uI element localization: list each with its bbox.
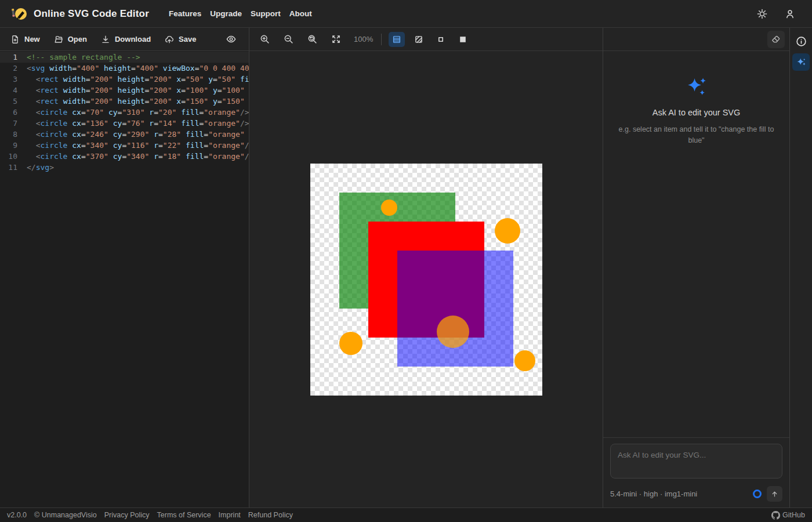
code-line[interactable]: 3 <rect width="200" height="200" x="50" … xyxy=(0,74,249,85)
zoom-level-display: 100% xyxy=(354,35,373,44)
circle-shape[interactable] xyxy=(381,200,397,216)
background-checker-button[interactable] xyxy=(389,32,405,47)
header-actions xyxy=(755,7,802,21)
nav-item-about[interactable]: About xyxy=(289,7,312,20)
code-text: <circle cx="136" cy="76" r="14" fill="or… xyxy=(27,118,249,129)
cloud-upload-icon xyxy=(165,35,174,44)
checker-grid-icon xyxy=(392,35,401,44)
imprint-link[interactable]: Imprint xyxy=(219,511,241,519)
ai-panel-body: Ask AI to edit your SVG e.g. select an i… xyxy=(603,51,789,507)
privacy-policy-link[interactable]: Privacy Policy xyxy=(104,511,150,519)
zoom-out-icon xyxy=(284,34,293,44)
code-line[interactable]: 10 <circle cx="370" cy="340" r="18" fill… xyxy=(0,151,249,162)
ai-tab-button[interactable] xyxy=(792,53,810,71)
background-hatch-button[interactable] xyxy=(411,32,427,47)
download-icon xyxy=(101,35,110,44)
code-line[interactable]: 8 <circle cx="246" cy="290" r="28" fill=… xyxy=(0,129,249,140)
code-text: <rect width="200" height="200" x="150" y… xyxy=(27,96,249,107)
code-text: <circle cx="70" cy="310" r="20" fill="or… xyxy=(27,107,249,118)
version-label: v2.0.0 xyxy=(7,511,27,519)
download-button[interactable]: Download xyxy=(95,31,157,48)
terms-of-service-link[interactable]: Terms of Service xyxy=(157,511,211,519)
ai-empty-state: Ask AI to edit your SVG e.g. select an i… xyxy=(603,51,789,147)
code-line[interactable]: 2<svg width="400" height="400" viewBox="… xyxy=(0,63,249,74)
user-icon xyxy=(785,9,795,19)
code-text: </svg> xyxy=(27,162,249,173)
main-nav: Features Upgrade Support About xyxy=(169,7,312,20)
nav-item-support[interactable]: Support xyxy=(251,7,281,20)
circle-shape[interactable] xyxy=(339,332,362,355)
square-filled-icon xyxy=(458,35,467,44)
open-button[interactable]: Open xyxy=(48,31,93,48)
line-number: 7 xyxy=(0,118,27,129)
svg-canvas[interactable] xyxy=(310,164,542,396)
eye-icon xyxy=(226,34,236,44)
open-button-label: Open xyxy=(68,35,87,44)
code-line[interactable]: 6 <circle cx="70" cy="310" r="20" fill="… xyxy=(0,107,249,118)
circle-shape[interactable] xyxy=(437,316,469,348)
zoom-reset-button[interactable] xyxy=(303,31,322,48)
ai-prompt-input[interactable] xyxy=(610,444,782,478)
send-prompt-button[interactable] xyxy=(767,486,782,502)
github-label: GitHub xyxy=(782,511,805,519)
code-line[interactable]: 1<!-- sample rectangle --> xyxy=(0,52,249,63)
code-line[interactable]: 4 <rect width="200" height="200" x="100"… xyxy=(0,85,249,96)
theme-toggle-button[interactable] xyxy=(755,7,769,21)
fit-screen-icon xyxy=(331,34,341,44)
account-button[interactable] xyxy=(783,7,797,21)
toolbar-separator xyxy=(381,34,382,45)
line-number: 8 xyxy=(0,129,27,140)
rect-shape[interactable] xyxy=(397,251,513,367)
preview-visibility-button[interactable] xyxy=(220,31,242,48)
code-editor[interactable]: 1<!-- sample rectangle -->2<svg width="4… xyxy=(0,51,249,507)
code-text: <circle cx="340" cy="116" r="22" fill="o… xyxy=(27,140,249,151)
status-ring-icon xyxy=(753,490,762,498)
zoom-reset-icon xyxy=(307,34,317,44)
nav-item-upgrade[interactable]: Upgrade xyxy=(210,7,242,20)
zoom-in-button[interactable] xyxy=(255,31,274,48)
ai-empty-hint: e.g. select an item and tell it to "chan… xyxy=(615,124,778,147)
circle-shape[interactable] xyxy=(495,218,520,244)
new-button[interactable]: New xyxy=(5,31,46,48)
save-button[interactable]: Save xyxy=(159,31,202,48)
fit-screen-button[interactable] xyxy=(327,31,346,48)
code-line[interactable]: 5 <rect width="200" height="200" x="150"… xyxy=(0,96,249,107)
ai-assistant-panel: Ask AI to edit your SVG e.g. select an i… xyxy=(603,28,790,507)
status-bar: v2.0.0 © UnmanagedVisio Privacy Policy T… xyxy=(0,507,812,522)
code-text: <svg width="400" height="400" viewBox="0… xyxy=(27,63,249,74)
app-logo-icon xyxy=(10,6,28,22)
info-icon xyxy=(796,36,807,47)
nav-item-features[interactable]: Features xyxy=(169,7,201,20)
clear-chat-button[interactable] xyxy=(767,31,785,48)
square-outline-icon xyxy=(436,35,445,44)
info-tab-button[interactable] xyxy=(792,32,810,50)
main-area: New Open Download xyxy=(0,28,812,507)
model-info-label[interactable]: 5.4-mini · high · img1-mini xyxy=(610,490,697,498)
ai-empty-title: Ask AI to edit your SVG xyxy=(615,108,778,117)
zoom-in-icon xyxy=(260,34,270,44)
side-strip xyxy=(790,28,812,507)
app-header: Online SVG Code Editor Features Upgrade … xyxy=(0,0,812,28)
copyright-label: © UnmanagedVisio xyxy=(34,511,97,519)
background-outline-button[interactable] xyxy=(433,32,449,47)
code-line[interactable]: 11</svg> xyxy=(0,162,249,173)
line-number: 4 xyxy=(0,85,27,96)
refund-policy-link[interactable]: Refund Policy xyxy=(248,511,293,519)
line-number: 10 xyxy=(0,151,27,162)
code-text: <rect width="200" height="200" x="100" y… xyxy=(27,85,249,96)
sparkles-icon xyxy=(685,77,708,97)
file-plus-icon xyxy=(10,35,20,44)
zoom-out-button[interactable] xyxy=(279,31,298,48)
ai-panel-toolbar xyxy=(603,28,789,51)
code-text: <circle cx="246" cy="290" r="28" fill="o… xyxy=(27,129,249,140)
ai-input-section: 5.4-mini · high · img1-mini xyxy=(603,437,789,507)
background-solid-button[interactable] xyxy=(455,32,471,47)
code-line[interactable]: 7 <circle cx="136" cy="76" r="14" fill="… xyxy=(0,118,249,129)
editor-toolbar: New Open Download xyxy=(0,28,249,51)
app-window: Online SVG Code Editor Features Upgrade … xyxy=(0,0,812,522)
folder-open-icon xyxy=(54,35,63,44)
arrow-up-icon xyxy=(770,490,779,498)
github-link[interactable]: GitHub xyxy=(771,511,805,520)
code-line[interactable]: 9 <circle cx="340" cy="116" r="22" fill=… xyxy=(0,140,249,151)
circle-shape[interactable] xyxy=(514,350,535,371)
